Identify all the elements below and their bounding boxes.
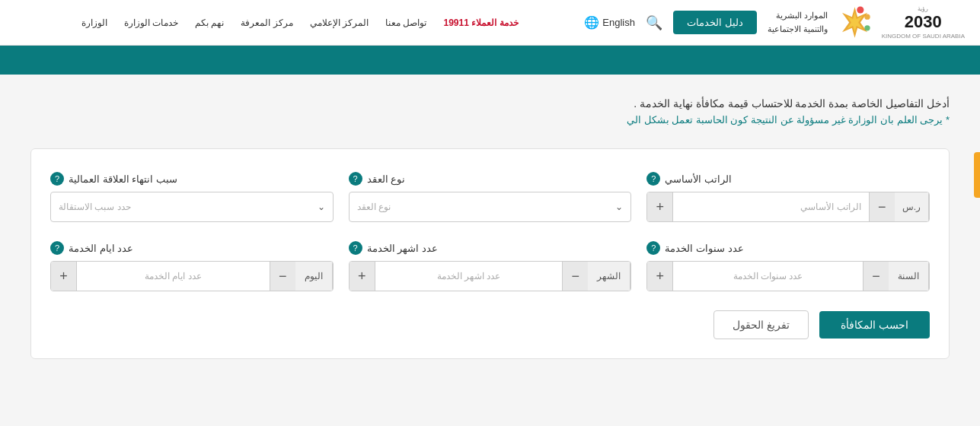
service-days-unit: اليوم xyxy=(295,262,333,291)
service-days-info-icon[interactable]: ? xyxy=(50,241,64,255)
service-months-label: عدد اشهر الخدمة ? xyxy=(349,241,632,255)
termination-reason-dropdown[interactable]: ⌄ حدد سبب الاستقالة xyxy=(50,192,334,222)
termination-reason-chevron: ⌄ xyxy=(318,202,325,212)
instruction-note-text: * يرجى العلم بان الوزارة غير مسؤولة عن ا… xyxy=(30,114,950,126)
service-months-plus-button[interactable]: + xyxy=(350,262,375,291)
clear-button[interactable]: تفريغ الحقول xyxy=(713,310,809,339)
svg-point-2 xyxy=(857,6,863,13)
contract-type-chevron: ⌄ xyxy=(615,202,623,212)
termination-reason-label: سبب انتهاء العلاقة العمالية ? xyxy=(50,172,334,186)
termination-reason-group: سبب انتهاء العلاقة العمالية ? ⌄ حدد سبب … xyxy=(50,172,334,222)
service-years-plus-button[interactable]: + xyxy=(647,262,673,291)
service-days-label-text: عدد ايام الخدمة xyxy=(69,243,133,254)
customer-service-number: خدمة العملاء 19911 xyxy=(444,17,519,28)
globe-icon: 🌐 xyxy=(584,15,599,30)
basic-salary-minus-button[interactable]: − xyxy=(869,192,895,221)
service-years-info-icon[interactable]: ? xyxy=(646,241,660,255)
service-days-minus-button[interactable]: − xyxy=(270,262,295,291)
form-row-2: عدد سنوات الخدمة ? السنة − + عدد اشهر ال… xyxy=(50,241,930,291)
termination-reason-info-icon[interactable]: ? xyxy=(50,172,64,186)
service-months-unit: الشهر xyxy=(588,262,630,291)
header-right: رؤية 2030 KINGDOM OF SAUDI ARABIA الموار… xyxy=(584,2,965,43)
header: رؤية 2030 KINGDOM OF SAUDI ARABIA الموار… xyxy=(0,0,980,46)
service-months-group: عدد اشهر الخدمة ? الشهر − + xyxy=(349,241,632,291)
termination-reason-placeholder: حدد سبب الاستقالة xyxy=(59,202,131,212)
service-years-minus-button[interactable]: − xyxy=(863,262,889,291)
page-content: أدخل التفاصيل الخاصة بمدة الخدمة للاحتسا… xyxy=(0,75,980,389)
language-label: English xyxy=(602,17,635,28)
contract-type-dropdown[interactable]: ⌄ نوع العقد xyxy=(349,192,632,222)
service-days-plus-button[interactable]: + xyxy=(51,262,77,291)
svg-point-3 xyxy=(864,14,870,20)
service-days-group: عدد ايام الخدمة ? اليوم − + xyxy=(50,241,334,291)
teal-accent-bar xyxy=(0,46,980,75)
logo-area: رؤية 2030 KINGDOM OF SAUDI ARABIA الموار… xyxy=(768,2,965,43)
contract-type-group: نوع العقد ? ⌄ نوع العقد xyxy=(349,172,632,222)
form-row-1: الراتب الأساسي ? ر.س − + نوع العقد ? ⌄ xyxy=(50,172,930,222)
contract-type-placeholder: نوع العقد xyxy=(357,202,391,212)
calculate-button[interactable]: احسب المكافأة xyxy=(819,311,930,339)
service-years-group: عدد سنوات الخدمة ? السنة − + xyxy=(646,241,930,291)
currency-symbol: ر.س xyxy=(895,192,929,221)
service-months-info-icon[interactable]: ? xyxy=(349,241,362,255)
vision-logo: رؤية 2030 KINGDOM OF SAUDI ARABIA xyxy=(882,5,965,40)
basic-salary-input-wrap: ر.س − + xyxy=(646,192,930,222)
service-months-minus-button[interactable]: − xyxy=(562,262,588,291)
svg-point-4 xyxy=(864,25,870,30)
contract-type-label-text: نوع العقد xyxy=(367,173,406,185)
contract-type-label: نوع العقد ? xyxy=(349,172,632,186)
termination-reason-label-text: سبب انتهاء العلاقة العمالية xyxy=(69,173,177,185)
action-row: احسب المكافأة تفريغ الحقول xyxy=(50,310,930,339)
service-months-input-wrap: الشهر − + xyxy=(349,261,632,291)
main-nav: خدمة العملاء 19911 تواصل معنا المركز الإ… xyxy=(15,17,584,28)
basic-salary-info-icon[interactable]: ? xyxy=(646,172,660,186)
nav-knowledge[interactable]: مركز المعرفة xyxy=(241,17,292,28)
nav-media[interactable]: المركز الإعلامي xyxy=(310,17,369,28)
instructions-section: أدخل التفاصيل الخاصة بمدة الخدمة للاحتسا… xyxy=(30,97,950,126)
services-guide-button[interactable]: دليل الخدمات xyxy=(673,11,757,34)
nav-ministry-services[interactable]: خدمات الوزارة xyxy=(124,17,178,28)
basic-salary-input[interactable] xyxy=(673,192,868,221)
contract-type-info-icon[interactable]: ? xyxy=(349,172,362,186)
nav-contact[interactable]: تواصل معنا xyxy=(385,17,426,28)
language-switcher[interactable]: English 🌐 xyxy=(584,15,635,30)
ministry-name: الموارد البشرية والتنمية الاجتماعية xyxy=(768,9,828,36)
service-months-label-text: عدد اشهر الخدمة xyxy=(367,243,438,254)
nav-nhm[interactable]: نهم بكم xyxy=(195,17,224,28)
nav-ministry[interactable]: الوزارة xyxy=(81,17,107,28)
service-years-label-text: عدد سنوات الخدمة xyxy=(665,243,743,254)
service-years-input[interactable] xyxy=(673,262,863,291)
search-icon[interactable]: 🔍 xyxy=(646,14,662,31)
basic-salary-label: الراتب الأساسي ? xyxy=(646,172,930,186)
instruction-main-text: أدخل التفاصيل الخاصة بمدة الخدمة للاحتسا… xyxy=(30,97,950,110)
service-years-unit: السنة xyxy=(889,262,929,291)
service-days-input-wrap: اليوم − + xyxy=(50,261,334,291)
ministry-logo-icon xyxy=(834,2,876,43)
service-days-input[interactable] xyxy=(77,262,270,291)
basic-salary-group: الراتب الأساسي ? ر.س − + xyxy=(646,172,930,222)
service-years-input-wrap: السنة − + xyxy=(646,261,930,291)
service-days-label: عدد ايام الخدمة ? xyxy=(50,241,334,255)
basic-salary-label-text: الراتب الأساسي xyxy=(665,173,732,185)
service-months-input[interactable] xyxy=(375,262,563,291)
service-years-label: عدد سنوات الخدمة ? xyxy=(646,241,930,255)
form-card: الراتب الأساسي ? ر.س − + نوع العقد ? ⌄ xyxy=(30,148,950,359)
basic-salary-plus-button[interactable]: + xyxy=(647,192,673,221)
